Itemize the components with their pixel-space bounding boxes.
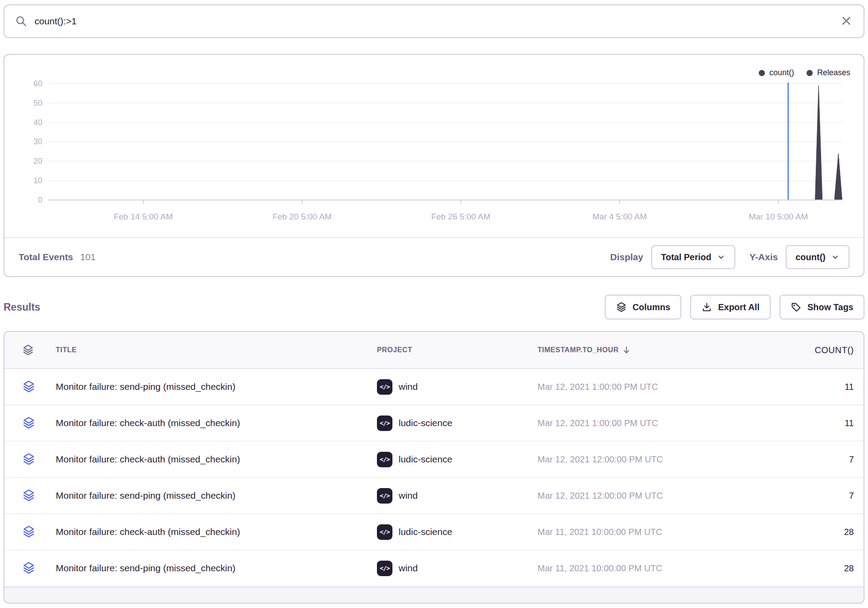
tag-icon xyxy=(791,302,802,313)
event-count: 28 xyxy=(752,527,864,537)
project-cell[interactable]: </> ludic-science xyxy=(377,416,538,431)
event-timestamp: Mar 12, 2021 12:00:00 PM UTC xyxy=(538,491,752,501)
column-header-count[interactable]: COUNT() xyxy=(752,345,864,355)
stack-icon[interactable] xyxy=(22,416,43,430)
project-name: wind xyxy=(399,563,418,573)
x-axis-tick-label: Mar 4 5:00 AM xyxy=(592,212,647,221)
event-title[interactable]: Monitor failure: send-ping (missed_check… xyxy=(43,381,377,392)
project-name: wind xyxy=(399,490,418,501)
event-title[interactable]: Monitor failure: send-ping (missed_check… xyxy=(43,490,377,501)
table-row[interactable]: Monitor failure: send-ping (missed_check… xyxy=(4,550,864,587)
table-row[interactable]: Monitor failure: send-ping (missed_check… xyxy=(4,478,864,514)
event-count: 28 xyxy=(752,563,864,573)
event-count: 11 xyxy=(752,382,864,392)
columns-button-label: Columns xyxy=(633,302,671,312)
column-header-project[interactable]: PROJECT xyxy=(377,346,538,354)
download-icon xyxy=(701,302,712,313)
platform-badge-icon: </> xyxy=(377,488,392,504)
search-input[interactable]: count():>1 xyxy=(35,16,833,27)
column-header-title[interactable]: TITLE xyxy=(43,346,377,354)
close-icon xyxy=(840,14,853,29)
legend-dot-count-icon xyxy=(759,70,765,76)
project-name: ludic-science xyxy=(399,454,452,465)
stack-icon[interactable] xyxy=(22,525,43,539)
legend-label-releases: Releases xyxy=(817,68,850,77)
chart-legend: count() Releases xyxy=(759,68,850,77)
event-title[interactable]: Monitor failure: send-ping (missed_check… xyxy=(43,563,377,573)
table-footer xyxy=(4,587,864,603)
project-cell[interactable]: </> wind xyxy=(377,561,538,576)
legend-item-releases[interactable]: Releases xyxy=(807,68,850,77)
platform-badge-icon: </> xyxy=(377,379,392,395)
display-dropdown[interactable]: Total Period xyxy=(651,245,735,269)
legend-item-count[interactable]: count() xyxy=(759,68,794,77)
x-axis-tick-label: Feb 14 5:00 AM xyxy=(114,212,173,221)
results-bar: Results Columns Export All xyxy=(4,295,864,319)
y-axis-tick-label: 50 xyxy=(34,99,42,108)
platform-badge-icon: </> xyxy=(377,524,392,540)
x-axis-tick-label: Mar 10 5:00 AM xyxy=(749,212,808,221)
y-axis-tick-label: 20 xyxy=(34,157,42,165)
stack-icon[interactable] xyxy=(22,562,43,575)
search-icon xyxy=(15,15,27,27)
x-axis-tick-label: Feb 26 5:00 AM xyxy=(431,212,491,221)
results-table: TITLE PROJECT TIMESTAMP.TO_HOUR COUNT() … xyxy=(4,331,864,604)
yaxis-dropdown-value: count() xyxy=(795,252,826,262)
project-name: wind xyxy=(399,381,418,392)
table-row[interactable]: Monitor failure: check-auth (missed_chec… xyxy=(4,405,864,442)
column-header-timestamp-label: TIMESTAMP.TO_HOUR xyxy=(538,346,619,354)
clear-search-button[interactable] xyxy=(840,14,853,29)
event-count: 7 xyxy=(752,454,864,465)
sort-desc-icon xyxy=(622,345,631,355)
display-dropdown-value: Total Period xyxy=(661,252,711,262)
project-name: ludic-science xyxy=(399,418,452,428)
chevron-down-icon xyxy=(831,253,840,262)
total-events-label: Total Events xyxy=(19,252,73,262)
display-label: Display xyxy=(610,252,643,262)
search-bar: count():>1 xyxy=(4,4,864,38)
results-title: Results xyxy=(4,301,40,313)
stack-icon[interactable] xyxy=(22,344,43,356)
project-cell[interactable]: </> wind xyxy=(377,379,538,395)
total-events-value: 101 xyxy=(80,252,96,262)
table-row[interactable]: Monitor failure: check-auth (missed_chec… xyxy=(4,442,864,478)
x-axis-tick-label: Feb 20 5:00 AM xyxy=(273,212,332,221)
project-cell[interactable]: </> ludic-science xyxy=(377,452,538,467)
event-timestamp: Mar 12, 2021 1:00:00 PM UTC xyxy=(538,382,752,392)
events-area-chart[interactable]: 0102030405060Feb 14 5:00 AMFeb 20 5:00 A… xyxy=(4,55,864,239)
event-timestamp: Mar 11, 2021 10:00:00 PM UTC xyxy=(538,527,752,537)
events-chart-card: count() Releases 0102030405060Feb 14 5:0… xyxy=(4,54,864,277)
y-axis-tick-label: 10 xyxy=(34,176,42,185)
event-title[interactable]: Monitor failure: check-auth (missed_chec… xyxy=(43,418,377,428)
yaxis-label: Y-Axis xyxy=(749,252,778,262)
event-count: 11 xyxy=(752,418,864,428)
legend-label-count: count() xyxy=(769,68,794,77)
table-row[interactable]: Monitor failure: send-ping (missed_check… xyxy=(4,369,864,405)
platform-badge-icon: </> xyxy=(377,561,392,576)
event-title[interactable]: Monitor failure: check-auth (missed_chec… xyxy=(43,454,377,465)
stack-icon[interactable] xyxy=(22,489,43,502)
stack-icon[interactable] xyxy=(22,453,43,466)
table-header-row: TITLE PROJECT TIMESTAMP.TO_HOUR COUNT() xyxy=(4,332,864,369)
show-tags-button[interactable]: Show Tags xyxy=(780,295,864,319)
project-cell[interactable]: </> ludic-science xyxy=(377,524,538,540)
platform-badge-icon: </> xyxy=(377,416,392,431)
y-axis-tick-label: 40 xyxy=(34,118,42,127)
project-cell[interactable]: </> wind xyxy=(377,488,538,504)
table-row[interactable]: Monitor failure: check-auth (missed_chec… xyxy=(4,514,864,550)
legend-dot-releases-icon xyxy=(807,70,813,76)
export-all-button[interactable]: Export All xyxy=(690,295,771,319)
y-axis-tick-label: 0 xyxy=(38,196,42,204)
y-axis-tick-label: 60 xyxy=(34,79,42,88)
y-axis-tick-label: 30 xyxy=(34,137,42,146)
layers-icon xyxy=(616,302,627,313)
column-header-timestamp[interactable]: TIMESTAMP.TO_HOUR xyxy=(538,345,752,355)
chevron-down-icon xyxy=(717,253,726,262)
stack-icon[interactable] xyxy=(22,380,43,393)
event-count: 7 xyxy=(752,491,864,501)
columns-button[interactable]: Columns xyxy=(605,295,682,319)
platform-badge-icon: </> xyxy=(377,452,392,467)
show-tags-button-label: Show Tags xyxy=(807,302,853,312)
event-title[interactable]: Monitor failure: check-auth (missed_chec… xyxy=(43,527,377,537)
yaxis-dropdown[interactable]: count() xyxy=(786,245,849,269)
